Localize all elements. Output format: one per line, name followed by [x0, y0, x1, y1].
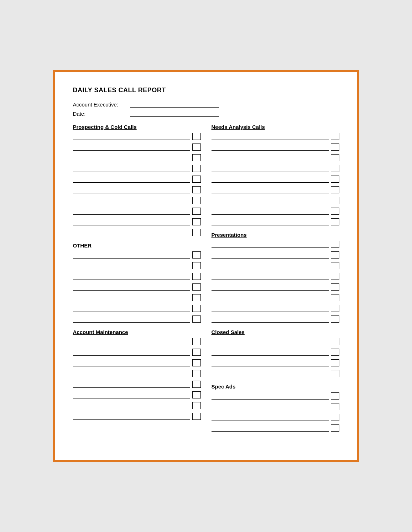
presentations-row — [212, 251, 339, 259]
date-field: Date: — [73, 110, 339, 117]
needs-analysis-row — [212, 154, 339, 161]
account-maintenance-row — [73, 413, 201, 420]
presentations-row — [212, 294, 339, 301]
date-label: Date: — [73, 111, 130, 117]
needs-analysis-row — [212, 218, 339, 225]
spec-ads-row — [212, 424, 339, 432]
closed-sales-row — [212, 338, 339, 345]
account-maintenance-row — [73, 349, 201, 356]
header-fields: Account Executive: Date: — [73, 101, 339, 117]
account-maintenance-section: Account Maintenance — [73, 329, 201, 420]
account-maintenance-row — [73, 370, 201, 377]
prospecting-row — [73, 154, 201, 161]
spec-ads-title: Spec Ads — [212, 384, 339, 390]
account-maintenance-row — [73, 359, 201, 366]
other-section: OTHER — [73, 242, 201, 323]
prospecting-row — [73, 176, 201, 183]
needs-analysis-section: Needs Analysis Calls — [212, 124, 339, 225]
prospecting-row — [73, 165, 201, 172]
presentations-row — [212, 305, 339, 312]
account-maintenance-row — [73, 338, 201, 345]
account-executive-label: Account Executive: — [73, 101, 130, 108]
prospecting-row — [73, 186, 201, 193]
closed-sales-row — [212, 359, 339, 366]
prospecting-row — [73, 133, 201, 140]
needs-analysis-title: Needs Analysis Calls — [212, 124, 339, 130]
needs-analysis-row — [212, 144, 339, 151]
presentations-title: Presentations — [212, 232, 339, 238]
spec-ads-section: Spec Ads — [212, 384, 339, 432]
report-title: DAILY SALES CALL REPORT — [73, 87, 339, 94]
closed-sales-row — [212, 370, 339, 377]
account-maintenance-row — [73, 381, 201, 388]
prospecting-row — [73, 229, 201, 236]
closed-sales-title: Closed Sales — [212, 329, 339, 335]
presentations-row — [212, 273, 339, 280]
date-input-line[interactable] — [130, 110, 219, 117]
prospecting-row — [73, 144, 201, 151]
spec-ads-row — [212, 403, 339, 410]
account-maintenance-row — [73, 391, 201, 398]
presentations-section: Presentations — [212, 232, 339, 323]
presentations-row — [212, 283, 339, 291]
spec-ads-row — [212, 392, 339, 400]
closed-sales-section: Closed Sales — [212, 329, 339, 377]
other-row — [73, 294, 201, 301]
closed-sales-row — [212, 349, 339, 356]
account-maintenance-row — [73, 402, 201, 409]
presentations-row — [212, 262, 339, 269]
other-row — [73, 273, 201, 280]
right-column: Needs Analysis Calls Presentations — [212, 124, 339, 438]
needs-analysis-row — [212, 176, 339, 183]
needs-analysis-row — [212, 197, 339, 204]
presentations-row — [212, 241, 339, 248]
prospecting-row — [73, 197, 201, 204]
prospecting-row — [73, 208, 201, 215]
prospecting-row — [73, 218, 201, 225]
page-wrapper: DAILY SALES CALL REPORT Account Executiv… — [53, 70, 359, 462]
prospecting-section: Prospecting & Cold Calls — [73, 124, 201, 236]
spec-ads-row — [212, 414, 339, 421]
needs-analysis-row — [212, 133, 339, 140]
left-column: Prospecting & Cold Calls OTHER — [73, 124, 201, 438]
account-maintenance-title: Account Maintenance — [73, 329, 201, 335]
other-row — [73, 305, 201, 312]
prospecting-title: Prospecting & Cold Calls — [73, 124, 201, 130]
account-executive-input-line[interactable] — [130, 101, 219, 108]
needs-analysis-row — [212, 186, 339, 193]
other-row — [73, 315, 201, 323]
needs-analysis-row — [212, 208, 339, 215]
other-row — [73, 283, 201, 291]
other-row — [73, 251, 201, 259]
other-row — [73, 262, 201, 269]
main-columns: Prospecting & Cold Calls OTHER — [73, 124, 339, 438]
other-title: OTHER — [73, 242, 201, 249]
account-executive-field: Account Executive: — [73, 101, 339, 108]
presentations-row — [212, 315, 339, 323]
needs-analysis-row — [212, 165, 339, 172]
